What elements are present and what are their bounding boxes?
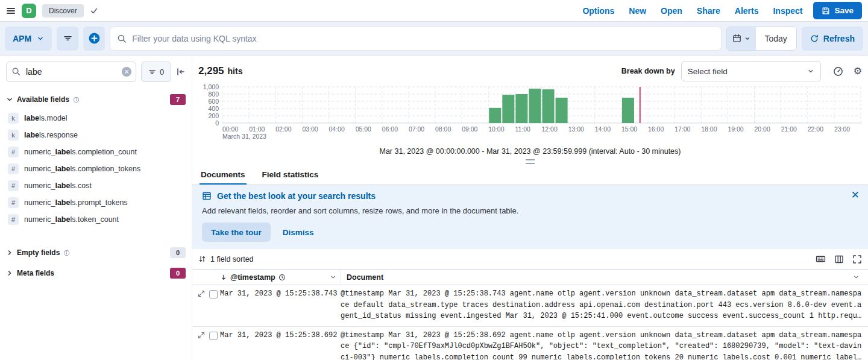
hamburger-menu-icon[interactable] [6,6,16,16]
chart-resize-handle[interactable] [526,159,535,164]
header-timestamp-column[interactable]: @timestamp [220,270,341,285]
field-item-numeric_labels.token_count[interactable]: #numeric_labels.token_count [6,211,186,228]
field-item-numeric_labels.cost[interactable]: #numeric_labels.cost [6,177,186,194]
nav-options[interactable]: Options [582,6,614,16]
empty-fields-group[interactable]: Empty fields 0 [6,247,186,258]
nav-open[interactable]: Open [661,6,682,16]
nav-new[interactable]: New [629,6,646,16]
svg-text:02:00: 02:00 [275,125,291,133]
svg-text:23:00: 23:00 [834,125,850,133]
filter-icon [63,34,72,43]
svg-text:March 31, 2023: March 31, 2023 [222,133,266,140]
tab-field-statistics[interactable]: Field statistics [261,165,320,185]
field-item-labels.model[interactable]: klabels.model [6,110,186,127]
row-document-text[interactable]: @timestamp Mar 31, 2023 @ 15:25:38.743 a… [341,288,868,322]
tour-callout: Get the best look at your search results… [192,185,868,249]
chevron-down-icon [6,96,13,103]
query-bar: APM Today Refresh [0,22,868,55]
dismiss-link[interactable]: Dismiss [283,228,314,237]
top-header: D Discover OptionsNewOpenShareAlertsInsp… [0,0,868,22]
refresh-button[interactable]: Refresh [802,27,863,51]
clear-search-icon[interactable]: ✕ [122,67,131,77]
chart-time-range-caption: Mar 31, 2023 @ 00:00:00.000 - Mar 31, 20… [192,147,868,156]
column-menu-icon[interactable] [853,274,860,280]
search-icon [117,34,127,43]
table-icon [202,191,212,201]
grid-toolbar: 1 field sorted [192,249,868,269]
nav-alerts[interactable]: Alerts [735,6,759,16]
discover-app: D Discover OptionsNewOpenShareAlertsInsp… [0,0,868,360]
space-avatar[interactable]: D [22,4,36,18]
header-document-column[interactable]: Document [341,273,868,282]
breakdown-label: Break down by [621,67,675,75]
hits-label: hits [228,66,243,76]
svg-text:20:00: 20:00 [755,125,770,133]
timestamp-header-label: @timestamp [230,273,275,282]
svg-text:11:00: 11:00 [515,125,530,133]
field-item-numeric_labels.prompt_tokens[interactable]: #numeric_labels.prompt_tokens [6,194,186,211]
date-range-label[interactable]: Today [756,27,796,50]
field-filter-count-button[interactable]: 0 [141,62,171,82]
svg-text:22:00: 22:00 [808,125,823,133]
gear-icon[interactable]: ⚙ [854,66,862,76]
keyboard-shortcuts-icon[interactable] [816,254,826,264]
svg-text:01:00: 01:00 [249,125,265,133]
svg-text:06:00: 06:00 [382,125,398,133]
breadcrumb-discover[interactable]: Discover [42,4,84,17]
data-view-picker[interactable]: APM [5,27,52,51]
breakdown-select[interactable]: Select field [681,61,821,81]
filter-fields-button[interactable] [57,27,78,51]
meta-fields-label: Meta fields [17,269,54,277]
take-tour-button[interactable]: Take the tour [202,223,271,242]
field-item-labels.response[interactable]: klabels.response [6,127,186,144]
callout-close-icon[interactable]: ✕ [851,190,860,200]
fullscreen-icon[interactable] [852,254,862,264]
field-name: numeric_labels.completion_count [24,148,137,156]
add-filter-button[interactable] [83,27,105,51]
column-menu-icon[interactable] [330,274,336,280]
meta-fields-group[interactable]: Meta fields 0 [6,268,186,279]
field-name: labels.response [24,131,78,139]
data-view-label: APM [13,34,31,43]
chevron-right-icon [6,270,13,277]
nav-share[interactable]: Share [697,6,720,16]
chart-options-icon[interactable] [833,66,843,77]
sorted-fields-label[interactable]: 1 field sorted [210,255,254,264]
calendar-button[interactable] [727,27,756,50]
clock-icon [278,274,286,281]
kql-search-input[interactable] [110,27,720,50]
histogram-chart[interactable]: 02004006008001,00000:0001:0002:0003:0004… [192,82,868,142]
row-timestamp: Mar 31, 2023 @ 15:25:38.692 [220,330,341,360]
calendar-icon [732,34,741,43]
number-type-icon: # [8,180,19,191]
field-search-input[interactable] [6,62,136,82]
expand-document-icon[interactable] [198,290,205,297]
field-item-numeric_labels.completion_count[interactable]: #numeric_labels.completion_count [6,144,186,160]
nav-inspect[interactable]: Inspect [773,6,802,16]
svg-text:16:00: 16:00 [648,125,664,133]
hits-count: 2,295 [198,65,224,77]
documents-table-body: Mar 31, 2023 @ 15:25:38.743@timestamp Ma… [192,285,868,360]
top-nav: OptionsNewOpenShareAlertsInspect [582,6,802,16]
check-icon[interactable] [90,7,98,15]
svg-text:04:00: 04:00 [329,125,345,133]
date-picker: Today [726,27,797,51]
select-row-checkbox[interactable] [209,332,218,340]
search-icon [11,67,20,76]
select-row-checkbox[interactable] [209,290,218,298]
collapse-sidebar-icon[interactable] [176,67,186,77]
available-fields-header[interactable]: Available fields 7 [6,94,186,105]
field-name: numeric_labels.token_count [24,215,119,224]
save-button[interactable]: Save [813,2,862,19]
display-options-icon[interactable] [834,254,844,264]
result-tabs: Documents Field statistics [192,165,868,185]
expand-document-icon[interactable] [198,332,205,339]
row-document-text[interactable]: @timestamp Mar 31, 2023 @ 15:25:38.692 a… [341,330,868,360]
field-item-numeric_labels.completion_tokens[interactable]: #numeric_labels.completion_tokens [6,160,186,177]
number-type-icon: # [8,214,19,225]
sort-fields-icon[interactable] [198,255,206,263]
field-name: numeric_labels.completion_tokens [24,165,140,173]
chevron-down-icon [37,35,44,42]
tab-documents[interactable]: Documents [200,165,247,185]
chevron-right-icon [6,249,13,256]
